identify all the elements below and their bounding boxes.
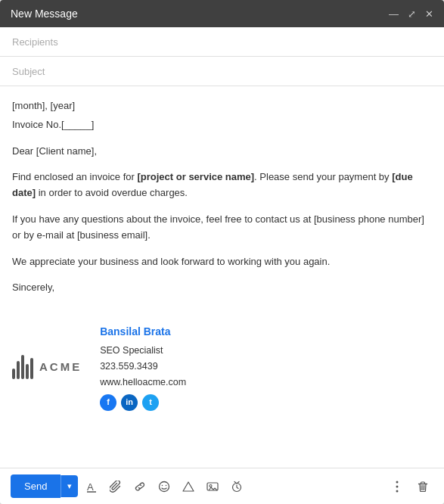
send-caret-button[interactable]: ▾ [61, 475, 78, 497]
closing-block: Sincerely, [12, 280, 432, 296]
expand-button[interactable]: ⤢ [408, 9, 416, 19]
svg-point-2 [160, 481, 169, 491]
date-invoice-block: [month], [year] Invoice No.[_____] [12, 98, 432, 133]
para1-text3: in order to avoid overdue charges. [36, 187, 188, 198]
facebook-icon[interactable]: f [100, 394, 116, 411]
svg-point-9 [396, 481, 399, 483]
email-body[interactable]: [month], [year] Invoice No.[_____] Dear … [0, 86, 444, 468]
bar5 [30, 358, 33, 379]
minimize-button[interactable]: — [389, 9, 399, 19]
logo-text: ACME [39, 358, 82, 376]
svg-point-11 [396, 490, 399, 492]
subject-row [0, 57, 444, 86]
salutation-block: Dear [Client name], [12, 144, 432, 160]
para1-bold1: [project or service name] [137, 171, 254, 182]
invoice-line: Invoice No.[_____] [12, 117, 432, 133]
compose-window: New Message — ⤢ ✕ [month], [year] Invoic… [0, 0, 444, 504]
drive-button[interactable] [178, 476, 199, 497]
paragraph1: Find enclosed an invoice for [project or… [12, 170, 432, 201]
signature-block: ACME Bansilal Brata SEO Specialist 323.5… [12, 314, 432, 420]
svg-point-10 [396, 485, 399, 487]
send-button[interactable]: Send [11, 474, 61, 498]
company-logo: ACME [12, 355, 82, 379]
paragraph1-block: Find enclosed an invoice for [project or… [12, 170, 432, 201]
svg-text:A: A [87, 481, 94, 493]
para1-text2: . Please send your payment by [254, 171, 392, 182]
linkedin-icon[interactable]: in [121, 394, 138, 411]
signature-phone: 323.559.3439 [100, 359, 186, 375]
window-controls: — ⤢ ✕ [389, 9, 433, 19]
bar4 [26, 364, 29, 379]
social-icons: f in t [100, 394, 186, 411]
paragraph2-block: If you have any questions about the invo… [12, 212, 432, 244]
closing: Sincerely, [12, 280, 432, 296]
signature-title: SEO Specialist [100, 343, 186, 359]
format-text-button[interactable]: A [81, 476, 102, 497]
link-button[interactable] [129, 476, 151, 497]
salutation: Dear [Client name], [12, 144, 432, 160]
bar3 [21, 355, 24, 379]
signature-info: Bansilal Brata SEO Specialist 323.559.34… [100, 323, 186, 411]
send-button-group: Send ▾ [11, 474, 78, 498]
para1-text1: Find enclosed an invoice for [12, 171, 137, 182]
logo-bars [12, 355, 33, 379]
close-button[interactable]: ✕ [425, 9, 433, 19]
paragraph3: We appreciate your business and look for… [12, 254, 432, 270]
twitter-icon[interactable]: t [142, 394, 159, 411]
toolbar-left: Send ▾ A [11, 474, 247, 498]
photo-button[interactable] [202, 476, 223, 497]
schedule-button[interactable] [226, 476, 247, 497]
svg-point-3 [162, 484, 163, 486]
delete-button[interactable] [412, 476, 433, 497]
title-bar: New Message — ⤢ ✕ [0, 0, 444, 27]
toolbar-right [387, 476, 433, 497]
window-title: New Message [11, 8, 78, 20]
emoji-button[interactable] [154, 476, 175, 497]
recipients-row [0, 27, 444, 57]
date-line: [month], [year] [12, 98, 432, 114]
paragraph2: If you have any questions about the invo… [12, 212, 432, 244]
compose-toolbar: Send ▾ A [0, 468, 444, 504]
svg-marker-5 [183, 482, 194, 491]
recipients-input[interactable] [12, 36, 432, 48]
subject-input[interactable] [12, 66, 432, 77]
more-options-button[interactable] [387, 476, 408, 497]
attach-button[interactable] [105, 476, 126, 497]
signature-name: Bansilal Brata [100, 323, 186, 341]
svg-point-4 [166, 484, 167, 486]
signature-website: www.helloacme.com [100, 375, 186, 390]
svg-point-7 [210, 484, 212, 487]
bar1 [12, 369, 15, 379]
bar2 [17, 361, 20, 379]
paragraph3-block: We appreciate your business and look for… [12, 254, 432, 270]
